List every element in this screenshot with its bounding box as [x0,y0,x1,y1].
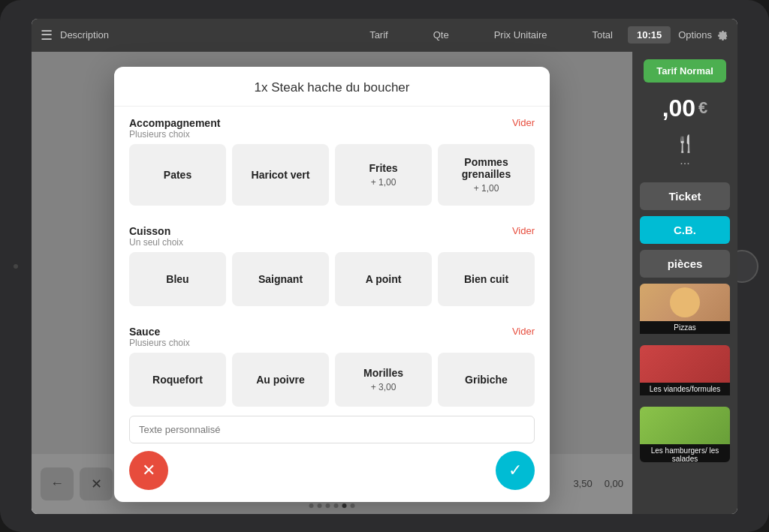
food-card-hamburgers[interactable]: Les hamburgers/ les salades [640,407,730,462]
modal-dialog: 1x Steak hache du boucher Accompagnement… [114,67,550,502]
option-aupoivre-label: Au poivre [256,374,305,386]
description-label: Description [60,29,109,41]
time-display: 10:15 [628,26,671,44]
vider-cuisson-button[interactable]: Vider [512,225,535,236]
sauce-section: Sauce Plusieurs choix Vider Roquefort Au… [114,315,550,416]
option-roquefort[interactable]: Roquefort [129,353,226,407]
option-biencuit[interactable]: Bien cuit [438,252,535,306]
food-card-viandes[interactable]: Les viandes/formules [640,345,730,401]
option-apoint[interactable]: A point [335,252,432,306]
option-frites-price: + 1,00 [371,177,397,188]
hamburger-image [640,407,730,444]
food-card-pizzas[interactable]: Pizzas [640,284,730,339]
text-personnalise-input[interactable] [129,416,535,443]
vider-accompagnement-button[interactable]: Vider [512,117,535,128]
modal-actions: ✕ ✓ [114,451,550,490]
side-indicator [14,264,18,269]
hamburger-label: Les hamburgers/ les salades [640,444,730,462]
option-saignant-label: Saignant [258,273,303,285]
cuisson-title: Cuisson [129,225,183,237]
sauce-subtitle: Plusieurs choix [129,338,190,348]
top-bar: ☰ Description Tarif Qte Prix Unitaire To… [32,19,737,52]
cb-button[interactable]: C.B. [640,216,730,244]
screen: ☰ Description Tarif Qte Prix Unitaire To… [32,19,737,514]
ipad-frame: ☰ Description Tarif Qte Prix Unitaire To… [0,0,769,532]
modal-overlay: 1x Steak hache du boucher Accompagnement… [32,52,632,514]
cuisson-section: Cuisson Un seul choix Vider Bleu Saignan… [114,215,550,315]
accompagnement-header: Accompagnement Plusieurs choix Vider [129,117,535,140]
option-frites[interactable]: Frites + 1,00 [335,144,432,206]
column-headers: Tarif Qte Prix Unitaire Total [369,29,613,41]
text-input-row [114,416,550,443]
option-pates[interactable]: Pates [129,144,226,206]
right-sidebar: Tarif Normal ,00 € 🍴 ··· Ticket C.B. piè… [632,52,737,514]
option-pommes-price: + 1,00 [474,183,499,194]
option-bleu-label: Bleu [166,273,188,285]
tarif-normal-button[interactable]: Tarif Normal [644,59,726,83]
pizzas-label: Pizzas [640,321,730,334]
option-biencuit-label: Bien cuit [464,273,508,285]
sauce-title: Sauce [129,326,190,338]
total-display: ,00 € [662,95,708,122]
accompagnement-title: Accompagnement [129,117,220,129]
viandes-image [640,345,730,383]
viandes-label: Les viandes/formules [640,383,730,395]
accompagnement-subtitle: Plusieurs choix [129,129,220,140]
main-content: ← ✕ Andouille grillée 15,90 Steak du bo … [32,52,632,514]
option-pommes-label: Pommes grenailles [445,156,527,180]
option-apoint-label: A point [366,273,402,285]
options-label: Options [678,29,712,41]
option-aupoivre[interactable]: Au poivre [232,353,329,407]
prix-unitaire-header: Prix Unitaire [494,29,547,41]
sauce-options: Roquefort Au poivre Morilles + 3,00 Grib… [129,353,535,407]
euro-sign: € [698,98,707,118]
sauce-header: Sauce Plusieurs choix Vider [129,326,535,348]
fork-knife-icon: 🍴 [675,134,695,154]
cuisson-title-group: Cuisson Un seul choix [129,225,183,248]
option-morilles-label: Morilles [363,367,403,379]
cuisson-subtitle: Un seul choix [129,237,183,248]
total-value: ,00 [662,95,695,122]
accompagnement-section: Accompagnement Plusieurs choix Vider Pat… [114,107,550,215]
total-header: Total [592,29,612,41]
sauce-title-group: Sauce Plusieurs choix [129,326,190,348]
option-roquefort-label: Roquefort [152,374,203,386]
option-gribiche-label: Gribiche [465,374,508,386]
pieces-button[interactable]: pièces [640,250,730,278]
qte-header: Qte [433,29,449,41]
confirm-icon: ✓ [508,461,522,480]
cancel-icon: ✕ [142,461,155,480]
confirm-button[interactable]: ✓ [496,451,535,490]
option-pates-label: Pates [164,169,191,181]
option-gribiche[interactable]: Gribiche [438,353,535,407]
modal-title: 1x Steak hache du boucher [114,67,550,107]
ellipsis-icon: ··· [680,157,689,170]
cuisson-options: Bleu Saignant A point Bien cuit [129,252,535,306]
option-pommes[interactable]: Pommes grenailles + 1,00 [438,144,535,206]
gear-icon[interactable] [716,29,728,41]
option-frites-label: Frites [369,162,397,174]
vider-sauce-button[interactable]: Vider [512,326,535,337]
option-haricot[interactable]: Haricot vert [232,144,329,206]
menu-icon[interactable]: ☰ [41,27,53,44]
cuisson-header: Cuisson Un seul choix Vider [129,225,535,248]
tarif-header: Tarif [369,29,388,41]
option-haricot-label: Haricot vert [252,169,310,181]
accompagnement-title-group: Accompagnement Plusieurs choix [129,117,220,140]
pizza-circle [670,287,700,317]
pizza-image [640,284,730,321]
option-saignant[interactable]: Saignant [232,252,329,306]
options-area: Options [678,29,728,41]
ticket-button[interactable]: Ticket [640,182,730,210]
option-morilles-price: + 3,00 [371,382,397,392]
option-bleu[interactable]: Bleu [129,252,226,306]
accompagnement-options: Pates Haricot vert Frites + 1,00 Pommes … [129,144,535,206]
option-morilles[interactable]: Morilles + 3,00 [335,353,432,407]
cancel-button[interactable]: ✕ [129,451,168,490]
